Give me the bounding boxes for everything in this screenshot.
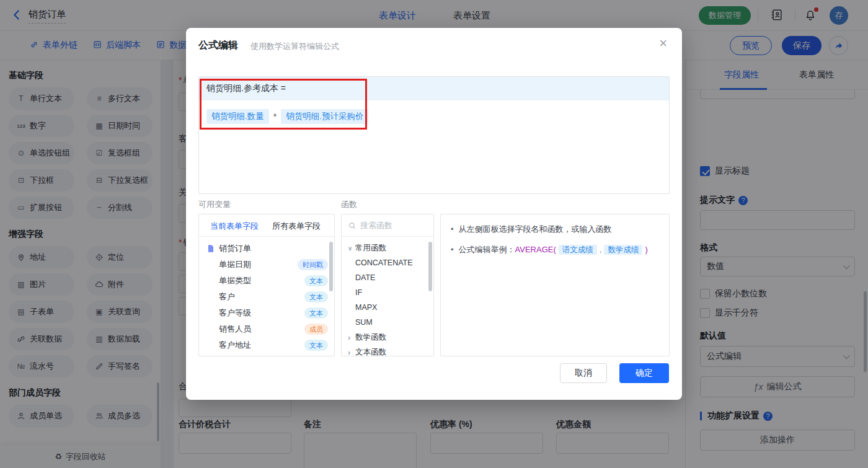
formula-token[interactable]: 销货明细.数量	[206, 109, 269, 124]
example-token: 数学成绩	[604, 245, 642, 255]
example-function-name: AVERAGE(	[515, 245, 556, 254]
bullet-icon: •	[451, 244, 454, 256]
example-token: 语文成绩	[559, 245, 597, 255]
variable-field-row[interactable]: 销售人员成员	[199, 321, 334, 337]
variable-field-row[interactable]: 单据类型文本	[199, 273, 334, 289]
function-item[interactable]: IF	[342, 285, 433, 300]
bullet-icon: •	[451, 223, 454, 236]
function-item[interactable]: CONCATENATE	[342, 255, 433, 270]
tip-formula-example: • 公式编辑举例：AVERAGE(语文成绩,数学成绩)	[451, 244, 659, 256]
modal-subtitle: 使用数学运算符编辑公式	[250, 41, 339, 52]
variables-label: 可用变量	[198, 199, 231, 210]
function-item[interactable]: DATE	[342, 270, 433, 285]
function-search	[342, 214, 433, 237]
chevron-right-icon: ›	[348, 333, 355, 342]
function-item[interactable]: MAPX	[342, 300, 433, 315]
tab-current-form-fields[interactable]: 当前表单字段	[210, 221, 259, 232]
modal-title: 公式编辑	[198, 39, 238, 52]
function-item[interactable]: SUM	[342, 315, 433, 330]
variable-field-row-partial	[199, 353, 334, 356]
formula-expression: 销货明细.数量 * 销货明细.预计采购价	[199, 100, 669, 124]
functions-panel: ∨常用函数CONCATENATEDATEIFMAPXSUM›数学函数›文本函数	[341, 214, 434, 356]
chevron-right-icon: ›	[348, 348, 355, 357]
variables-scrollbar[interactable]	[329, 242, 333, 291]
variables-tabs: 当前表单字段 所有表单字段	[199, 214, 334, 237]
tip-select-fields: • 从左侧面板选择字段名和函数，或输入函数	[451, 223, 659, 236]
field-type-badge: 文本	[304, 307, 328, 319]
app-screen: 销货订单 表单设计 表单设置 数据管理 存 表单外链 后端脚本 数据权 预览 保…	[0, 0, 868, 468]
field-type-badge: 文本	[304, 340, 328, 351]
variable-field-row[interactable]: 客户地址文本	[199, 337, 334, 353]
close-icon[interactable]: ×	[659, 37, 667, 50]
formula-operator: *	[273, 112, 277, 121]
function-search-input[interactable]	[360, 221, 422, 230]
function-group[interactable]: ›文本函数	[342, 345, 433, 356]
variables-panel: 当前表单字段 所有表单字段 销货订单单据日期时间戳单据类型文本客户文本客户等级文…	[198, 214, 335, 356]
field-type-badge: 时间戳	[298, 259, 328, 270]
variable-field-row[interactable]: 单据日期时间戳	[199, 257, 334, 273]
functions-label: 函数	[341, 199, 357, 210]
function-group[interactable]: ∨常用函数	[342, 241, 433, 255]
tab-all-form-fields[interactable]: 所有表单字段	[272, 221, 321, 232]
field-type-badge	[311, 356, 328, 356]
tips-panel: • 从左侧面板选择字段名和函数，或输入函数 • 公式编辑举例：AVERAGE(语…	[440, 214, 670, 356]
functions-scrollbar[interactable]	[428, 242, 432, 291]
variable-field-row[interactable]: 客户等级文本	[199, 305, 334, 321]
variable-tree-root[interactable]: 销货订单	[199, 241, 334, 257]
form-doc-icon	[206, 244, 216, 254]
confirm-button[interactable]: 确定	[619, 363, 669, 383]
formula-token[interactable]: 销货明细.预计采购价	[281, 109, 368, 124]
variable-field-row[interactable]: 客户文本	[199, 289, 334, 305]
field-type-badge: 文本	[304, 275, 328, 286]
cancel-button[interactable]: 取消	[560, 363, 607, 383]
formula-edit-modal: 公式编辑 使用数学运算符编辑公式 × 销货明细.参考成本 = 销货明细.数量 *…	[186, 28, 682, 400]
search-icon	[348, 221, 356, 230]
chevron-down-icon: ∨	[348, 245, 355, 252]
function-group[interactable]: ›数学函数	[342, 330, 433, 345]
field-type-badge: 文本	[304, 291, 328, 302]
formula-editor[interactable]: 销货明细.参考成本 = 销货明细.数量 * 销货明细.预计采购价	[198, 76, 670, 194]
field-type-badge: 成员	[304, 324, 328, 335]
formula-target: 销货明细.参考成本 =	[199, 77, 669, 100]
